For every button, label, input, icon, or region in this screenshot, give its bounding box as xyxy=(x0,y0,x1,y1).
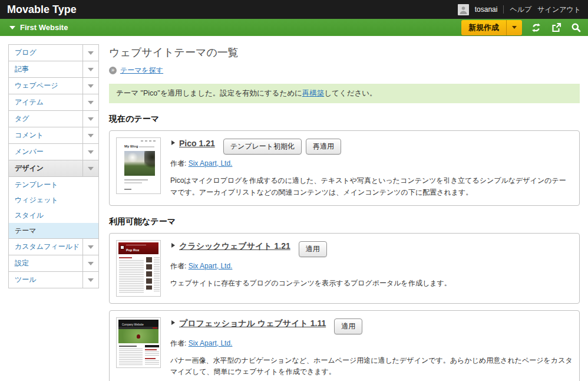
expand-arrow[interactable] xyxy=(82,239,98,255)
apply-button[interactable]: 適用 xyxy=(334,318,362,334)
rebuild-link[interactable]: 再構築 xyxy=(302,89,325,97)
chevron-down-icon xyxy=(88,245,94,249)
reset-templates-button[interactable]: テンプレート初期化 xyxy=(223,139,302,155)
chevron-down-icon xyxy=(88,51,94,55)
chevron-down-icon xyxy=(88,101,94,104)
expand-arrow[interactable] xyxy=(82,61,98,77)
disclosure-triangle-icon xyxy=(171,140,175,145)
sidebar-item-entries[interactable]: 記事 xyxy=(8,61,99,78)
sidebar-item-styles[interactable]: スタイル xyxy=(9,208,98,223)
sidebar-item-assets[interactable]: アイテム xyxy=(8,94,99,111)
theme-description: バナー画像、水平型のナビゲーションなど、ホームページ用途に適したデザインです。あ… xyxy=(170,355,573,379)
theme-card-professional: Company Website プロフェッショナル ウェブサイト 1.11 適用 xyxy=(109,310,580,381)
author-link[interactable]: Six Apart, Ltd. xyxy=(189,159,233,167)
sidebar-item-tools[interactable]: ツール xyxy=(8,271,99,288)
search-icon[interactable] xyxy=(570,22,582,34)
theme-title-link[interactable]: クラシックウェブサイト 1.21 xyxy=(179,241,290,252)
thumb-title: My Blog xyxy=(124,144,138,148)
rebuild-icon[interactable] xyxy=(530,22,542,34)
username[interactable]: tosanai xyxy=(475,5,498,14)
sidebar-item-custom-fields[interactable]: カスタムフィールド xyxy=(8,238,99,255)
chevron-down-icon xyxy=(88,68,94,71)
design-submenu: テンプレート ウィジェット スタイル テーマ xyxy=(8,176,99,239)
theme-thumbnail-professional: Company Website xyxy=(116,317,161,368)
chevron-down-icon xyxy=(88,84,94,88)
main-panel: ウェブサイトテーマの一覧 » テーマを探す テーマ "Pico"を適用しました。… xyxy=(109,36,580,381)
sidebar-item-blog[interactable]: ブログ xyxy=(8,44,99,61)
top-bar: Movable Type tosanai ヘルプ サインアウト xyxy=(0,0,588,19)
sidebar-item-design[interactable]: デザイン xyxy=(8,160,99,177)
sidebar-item-widgets[interactable]: ウィジェット xyxy=(9,192,98,208)
expand-arrow[interactable] xyxy=(82,255,98,271)
expand-arrow[interactable] xyxy=(82,144,98,160)
theme-description: ウェブサイトに存在するブログのコンテンツを表示するブログポータルを作成します。 xyxy=(170,278,573,290)
author-link[interactable]: Six Apart, Ltd. xyxy=(189,339,233,347)
find-themes-link[interactable]: テーマを探す xyxy=(120,65,163,75)
sidebar-item-tags[interactable]: タグ xyxy=(8,110,99,127)
sidebar-item-settings[interactable]: 設定 xyxy=(8,255,99,272)
author-label: 作者: xyxy=(170,262,186,270)
chevron-down-icon[interactable] xyxy=(9,26,15,29)
theme-thumbnail-classic: Pop Rox xyxy=(116,240,161,297)
theme-description: Picoはマイクロブログを作成するのに適した、テキストや写真といったコンテンツを… xyxy=(170,175,573,199)
disclosure-triangle-icon xyxy=(171,243,175,248)
theme-card-classic: Pop Rox クラシックウェブサイト 1.21 適用 作者: Six Apa xyxy=(109,233,580,304)
divider xyxy=(503,5,504,14)
expand-arrow[interactable] xyxy=(82,127,98,143)
chevron-down-icon xyxy=(88,134,94,137)
apply-button[interactable]: 適用 xyxy=(299,241,327,257)
chevron-down-icon xyxy=(88,278,94,282)
help-link[interactable]: ヘルプ xyxy=(510,5,531,15)
success-notice: テーマ "Pico"を適用しました。設定を有効にするために再構築してください。 xyxy=(109,84,580,103)
theme-title-link[interactable]: Pico 1.21 xyxy=(179,139,215,148)
author-label: 作者: xyxy=(170,159,186,167)
user-avatar[interactable] xyxy=(458,4,469,15)
disclosure-triangle-icon xyxy=(171,320,175,325)
chevron-down-icon xyxy=(88,150,94,154)
double-chevron-icon: » xyxy=(109,67,117,74)
chevron-down-icon xyxy=(88,167,94,170)
theme-thumbnail-pico: My Blog xyxy=(116,137,161,194)
app-logo: Movable Type xyxy=(7,4,77,16)
notice-text: テーマ "Pico"を適用しました。設定を有効にするために xyxy=(116,89,302,97)
notice-text-after: してください。 xyxy=(324,89,376,97)
create-new-dropdown[interactable] xyxy=(506,20,522,35)
author-link[interactable]: Six Apart, Ltd. xyxy=(189,262,233,270)
thumb-title: Pop Rox xyxy=(126,248,139,252)
page-title: ウェブサイトテーマの一覧 xyxy=(109,45,580,60)
available-themes-heading: 利用可能なテーマ xyxy=(109,216,580,227)
theme-card-pico: My Blog Pico 1.21 テンプレート初期化 再適用 作者: xyxy=(109,130,580,206)
theme-title-link[interactable]: プロフェッショナル ウェブサイト 1.11 xyxy=(179,318,326,329)
author-label: 作者: xyxy=(170,339,186,347)
current-theme-heading: 現在のテーマ xyxy=(109,114,580,124)
sidebar-item-templates[interactable]: テンプレート xyxy=(9,177,98,192)
chevron-down-icon xyxy=(88,117,94,121)
create-new-button[interactable]: 新規作成 xyxy=(461,20,522,35)
reapply-button[interactable]: 再適用 xyxy=(306,139,341,155)
site-bar: First Website 新規作成 xyxy=(0,19,588,36)
expand-arrow[interactable] xyxy=(82,111,98,127)
chevron-down-icon xyxy=(88,262,94,265)
chevron-down-icon xyxy=(512,26,517,29)
expand-arrow[interactable] xyxy=(82,45,98,61)
sidebar-item-members[interactable]: メンバー xyxy=(8,143,99,160)
view-site-icon[interactable] xyxy=(550,22,562,34)
expand-arrow[interactable] xyxy=(82,94,98,110)
signout-link[interactable]: サインアウト xyxy=(537,5,581,15)
sidebar-menu: ブログ 記事 ウェブページ アイテム タグ コメント メンバー デザイン xyxy=(8,44,99,288)
sidebar-item-themes[interactable]: テーマ xyxy=(9,223,98,238)
create-new-label: 新規作成 xyxy=(461,20,506,35)
expand-arrow[interactable] xyxy=(82,272,98,288)
person-icon xyxy=(459,5,468,14)
sidebar-item-comments[interactable]: コメント xyxy=(8,127,99,144)
thumb-title: Company Website xyxy=(122,323,144,326)
sidebar-item-pages[interactable]: ウェブページ xyxy=(8,77,99,94)
expand-arrow[interactable] xyxy=(82,78,98,94)
expand-arrow[interactable] xyxy=(82,160,98,176)
site-name[interactable]: First Website xyxy=(20,23,68,32)
